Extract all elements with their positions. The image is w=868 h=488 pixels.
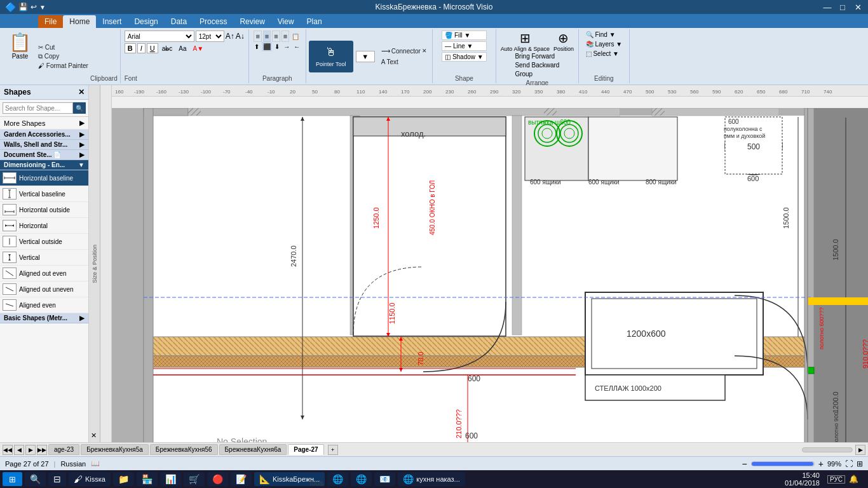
- more-shapes-item[interactable]: More Shapes ▶: [0, 117, 88, 130]
- page-last-button[interactable]: ▶▶: [37, 445, 47, 455]
- shop-btn[interactable]: 🛒: [184, 472, 205, 486]
- cut-button[interactable]: ✂ Cut: [36, 43, 90, 51]
- font-family-select[interactable]: Arial: [125, 30, 194, 42]
- dim-item-horizontal-outside[interactable]: Horizontal outside: [0, 202, 88, 218]
- firefox-btn[interactable]: 🔴: [207, 472, 228, 486]
- tab-review[interactable]: Review: [233, 15, 271, 28]
- tab-insert[interactable]: Insert: [96, 15, 128, 28]
- dimensioning-en-header[interactable]: Dimensioning - En...▼: [0, 160, 88, 170]
- shapes-close-button[interactable]: ✕: [78, 88, 85, 97]
- dim-item-horizontal-baseline[interactable]: Horizontal baseline: [0, 170, 88, 186]
- tools-dropdown[interactable]: ▼: [356, 51, 375, 62]
- garden-accessories-header[interactable]: Garden Accessories...▶: [0, 130, 88, 140]
- position-button[interactable]: ⊕ Position: [553, 30, 574, 52]
- task-view-btn[interactable]: ⊟: [48, 472, 66, 486]
- word-btn[interactable]: 📝: [231, 472, 252, 486]
- chrome-btn[interactable]: 🌐: [351, 472, 372, 486]
- search-input[interactable]: [3, 102, 73, 114]
- excel-btn[interactable]: 📊: [160, 472, 181, 486]
- align-right-button[interactable]: ≡: [272, 30, 280, 42]
- add-page-button[interactable]: +: [328, 445, 338, 455]
- tab-plan[interactable]: Plan: [301, 15, 329, 28]
- notification-icon[interactable]: 🔔: [849, 475, 858, 484]
- maximize-button[interactable]: □: [837, 3, 848, 12]
- find-button[interactable]: 🔍 Find ▼: [584, 30, 624, 39]
- valign-top-button[interactable]: ⬆: [253, 42, 261, 51]
- layers-button[interactable]: 📚 Layers ▼: [584, 40, 624, 48]
- dim-item-aligned-even[interactable]: Aligned even: [0, 297, 88, 313]
- page-tab-23[interactable]: age-23: [48, 444, 79, 455]
- copy-button[interactable]: ⧉ Copy: [36, 52, 90, 61]
- tab-design[interactable]: Design: [128, 15, 164, 28]
- fill-button[interactable]: 🪣 Fill ▼: [442, 30, 487, 40]
- mail-btn[interactable]: 📧: [374, 472, 395, 486]
- auto-align-button[interactable]: ⊞ Auto Align & Space: [501, 30, 550, 52]
- send-backward-button[interactable]: Send Backward: [513, 61, 561, 69]
- quick-access-save[interactable]: 💾: [18, 3, 28, 11]
- shadow-button[interactable]: ◫ Shadow ▼: [442, 52, 487, 62]
- zoom-in-button[interactable]: +: [818, 459, 824, 469]
- dim-item-vertical[interactable]: Vertical: [0, 250, 88, 266]
- line-button[interactable]: — Line ▼: [442, 41, 487, 51]
- connector-button[interactable]: ⟶ Connector ✕: [379, 46, 430, 56]
- font-size-select[interactable]: 12pt: [196, 30, 224, 42]
- strikethrough-button[interactable]: ab̶c: [159, 44, 175, 53]
- justify-button[interactable]: ≡: [281, 30, 289, 42]
- outdent-button[interactable]: ←: [292, 42, 301, 51]
- tab-data[interactable]: Data: [165, 15, 193, 28]
- ie-btn[interactable]: 🌐: [327, 472, 348, 486]
- indent-button[interactable]: →: [282, 42, 291, 51]
- underline-button[interactable]: U: [147, 43, 158, 53]
- connector-close-icon[interactable]: ✕: [422, 48, 427, 54]
- align-left-button[interactable]: ≡: [254, 30, 261, 42]
- paste-button[interactable]: 📋 Paste: [5, 30, 35, 82]
- select-button[interactable]: ⬚ Select ▼: [584, 50, 624, 58]
- page-prev-button[interactable]: ◀: [14, 445, 24, 455]
- start-button[interactable]: ⊞: [3, 472, 22, 486]
- bring-forward-button[interactable]: Bring Forward: [513, 52, 561, 60]
- valign-mid-button[interactable]: ⬛: [262, 42, 272, 51]
- dim-item-aligned-out-uneven[interactable]: Aligned out uneven: [0, 281, 88, 297]
- font-color-button[interactable]: A▼: [191, 44, 207, 53]
- search-taskbar-btn[interactable]: 🔍: [25, 472, 46, 486]
- quick-access-dropdown[interactable]: ▼: [39, 4, 46, 11]
- search-button[interactable]: 🔍: [73, 102, 86, 114]
- pointer-tool-button[interactable]: 🖱 Pointer Tool: [309, 41, 353, 72]
- file-button[interactable]: File: [38, 15, 63, 28]
- tab-view[interactable]: View: [271, 15, 301, 28]
- fit-page-button[interactable]: ⛶: [845, 459, 853, 468]
- kissка-app-btn[interactable]: 🖌 Kissка: [69, 472, 111, 486]
- font-shrink-button[interactable]: A↓: [236, 32, 245, 41]
- page-tab-kuhnya56[interactable]: БрежневкаКухня56: [150, 444, 218, 455]
- quick-access-undo[interactable]: ↩: [31, 3, 37, 11]
- dim-item-vertical-outside[interactable]: Vertical outside: [0, 234, 88, 250]
- tab-process[interactable]: Process: [193, 15, 233, 28]
- page-tab-kuhnya5a[interactable]: БрежневкаКухня5а: [81, 444, 149, 455]
- document-ste-header[interactable]: Document Ste... 📄▶: [0, 150, 88, 160]
- text-tool-button[interactable]: A Text: [379, 57, 430, 67]
- dim-item-aligned-out-even[interactable]: Aligned out even: [0, 266, 88, 281]
- lang-display[interactable]: РУС: [827, 475, 845, 484]
- dim-item-horizontal[interactable]: Horizontal: [0, 218, 88, 234]
- basic-shapes-header[interactable]: Basic Shapes (Metr...▶: [0, 313, 88, 323]
- page-next-button[interactable]: ▶: [25, 445, 36, 455]
- group-button[interactable]: Group: [513, 70, 561, 78]
- size-position-close[interactable]: ✕: [90, 431, 98, 440]
- page-tab-27[interactable]: Page-27: [288, 444, 323, 455]
- italic-button[interactable]: I: [137, 43, 146, 53]
- format-painter-button[interactable]: 🖌 Format Painter: [36, 62, 90, 70]
- folder-btn[interactable]: 📁: [113, 472, 134, 486]
- zoom-out-button[interactable]: −: [742, 459, 747, 469]
- spell-check-icon[interactable]: 📖: [91, 459, 100, 468]
- list-button[interactable]: 📋: [290, 32, 301, 41]
- kuhnya-btn[interactable]: 🌐 кухня наказ...: [398, 472, 465, 486]
- font-grow-button[interactable]: A↑: [226, 32, 234, 41]
- scroll-right[interactable]: ▶: [855, 445, 865, 455]
- tab-home[interactable]: Home: [63, 15, 96, 28]
- view-toggle-button[interactable]: ⊞: [857, 459, 863, 468]
- bold-button[interactable]: B: [125, 43, 136, 53]
- store-btn[interactable]: 🏪: [137, 472, 158, 486]
- dim-item-vertical-baseline[interactable]: Vertical baseline: [0, 186, 88, 202]
- align-center-button[interactable]: ≡: [263, 30, 271, 42]
- text-case-button[interactable]: Aa: [176, 44, 189, 53]
